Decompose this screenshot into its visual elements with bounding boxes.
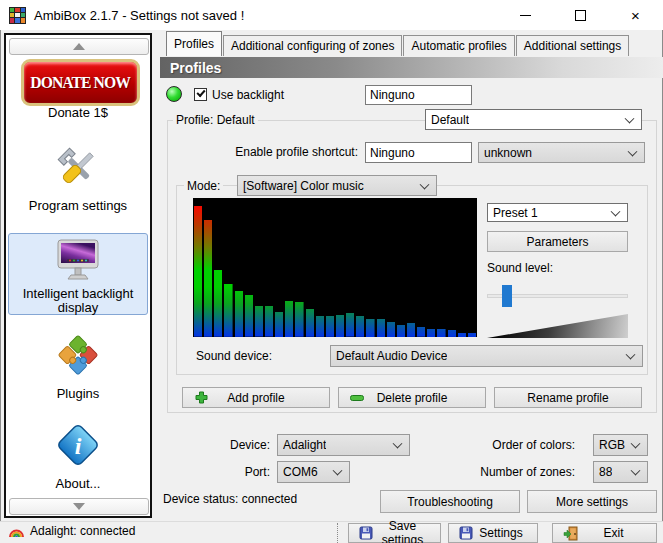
settings-button[interactable]: Settings [448, 523, 538, 543]
tab-additional-configuring[interactable]: Additional configuring of zones [223, 35, 402, 56]
sound-level-slider[interactable] [487, 294, 628, 298]
preset-select[interactable]: Preset 1 [487, 203, 628, 222]
sidebar-item-label: Plugins [9, 387, 147, 401]
sound-device-select[interactable]: Default Audio Device [330, 345, 643, 367]
spectrum-bar [427, 329, 435, 337]
close-button[interactable]: × [608, 0, 663, 30]
spectrum-bar [448, 330, 456, 337]
shortcut-input[interactable] [365, 142, 472, 163]
number-of-zones-label: Number of zones: [465, 465, 575, 479]
puzzle-icon [51, 328, 105, 382]
tab-additional-settings[interactable]: Additional settings [516, 35, 629, 56]
spectrum-bar [397, 325, 405, 338]
sidebar-item-intelligent-backlight[interactable]: Intelligent backlight display [8, 233, 148, 315]
page-title: Profiles [160, 57, 663, 78]
profile-select[interactable]: Default [425, 109, 642, 130]
shortcut-label: Enable profile shortcut: [220, 145, 358, 159]
adalight-status-text: Adalight: connected [30, 524, 135, 538]
more-settings-button[interactable]: More settings [527, 490, 657, 513]
spectrum-bar [306, 309, 314, 337]
spectrum-bar [245, 295, 253, 337]
sound-level-handle[interactable] [502, 285, 512, 307]
profile-groupbox-label: Profile: Default [173, 113, 258, 127]
chevron-down-icon [631, 466, 641, 476]
spectrum-bar [377, 319, 385, 337]
number-of-zones-select[interactable]: 88 [593, 461, 648, 483]
device-label: Device: [200, 438, 270, 452]
donate-caption: Donate 1$ [6, 105, 150, 120]
exit-button[interactable]: Exit [552, 523, 657, 543]
donate-button[interactable]: DONATE NOW [21, 59, 140, 106]
chevron-down-icon [420, 179, 430, 189]
device-select[interactable]: Adalight [277, 434, 410, 456]
chevron-down-icon [625, 113, 635, 123]
shortcut-key-select[interactable]: unknown [478, 142, 645, 163]
backlight-status-led [166, 86, 182, 102]
spectrum-bar [346, 313, 354, 337]
order-of-colors-label: Order of colors: [465, 438, 575, 452]
minimize-button[interactable] [498, 0, 553, 30]
monitor-icon [55, 238, 101, 282]
port-select[interactable]: COM6 [277, 461, 350, 483]
sidebar-item-program-settings[interactable]: Program settings [8, 137, 148, 214]
title-bar: AmbiBox 2.1.7 - Settings not saved ! × [0, 0, 663, 30]
order-of-colors-select[interactable]: RGB [593, 434, 648, 456]
spectrum-bar [295, 302, 303, 337]
chevron-down-icon [611, 206, 621, 216]
minus-icon [350, 395, 364, 401]
rainbow-icon [8, 525, 25, 538]
tab-automatic-profiles[interactable]: Automatic profiles [403, 35, 514, 56]
maximize-icon [575, 10, 586, 21]
window-title: AmbiBox 2.1.7 - Settings not saved ! [34, 8, 244, 23]
spectrum-bar [437, 329, 445, 337]
use-backlight-label: Use backlight [212, 88, 284, 102]
spectrum-analyzer [193, 198, 477, 337]
sound-device-label: Sound device: [196, 349, 272, 363]
chevron-down-icon [628, 146, 638, 156]
add-profile-button[interactable]: Add profile [182, 387, 330, 408]
spectrum-bar [265, 306, 273, 337]
tab-profiles[interactable]: Profiles [166, 31, 222, 56]
backlight-hotkey-input[interactable] [365, 85, 472, 105]
parameters-button[interactable]: Parameters [487, 231, 628, 252]
sidebar-scroll-up-button[interactable] [9, 38, 149, 55]
rename-profile-button[interactable]: Rename profile [494, 387, 642, 408]
maximize-button[interactable] [553, 0, 608, 30]
sound-level-label: Sound level: [487, 261, 553, 275]
sidebar-scroll-down-button[interactable] [9, 498, 149, 515]
status-bar: Adalight: connected Save settings Settin… [0, 521, 663, 543]
sidebar-item-about[interactable]: i About... [8, 413, 148, 492]
spectrum-bar [468, 333, 476, 337]
spectrum-bar [387, 322, 395, 337]
close-icon: × [631, 8, 640, 23]
chevron-down-icon [626, 350, 636, 360]
delete-profile-button[interactable]: Delete profile [338, 387, 486, 408]
troubleshooting-button[interactable]: Troubleshooting [380, 490, 520, 513]
spectrum-bar [316, 316, 324, 337]
tab-strip: Profiles Additional configuring of zones… [166, 33, 630, 56]
main-panel: Profiles Additional configuring of zones… [160, 33, 663, 518]
donate-button-label: DONATE NOW [31, 73, 131, 93]
spectrum-bar [356, 316, 364, 337]
spectrum-bar [458, 333, 466, 337]
sidebar-item-label: Program settings [9, 199, 147, 213]
minimize-icon [520, 15, 531, 16]
chevron-down-icon [393, 439, 403, 449]
floppy-disk-icon [459, 526, 473, 540]
chevron-up-icon [73, 43, 85, 50]
save-settings-button[interactable]: Save settings [348, 523, 441, 543]
footer-separator [337, 523, 338, 543]
chevron-down-icon [631, 439, 641, 449]
sidebar-item-plugins[interactable]: Plugins [8, 323, 148, 402]
sidebar-item-label: About... [9, 477, 147, 491]
floppy-disk-icon [359, 526, 373, 540]
tools-icon [52, 142, 104, 194]
mode-select[interactable]: [Software] Color music [237, 175, 437, 196]
spectrum-bar [326, 316, 334, 337]
device-status-text: Device status: connected [163, 492, 297, 506]
exit-door-icon [563, 526, 579, 541]
spectrum-bar [224, 284, 232, 337]
spectrum-bar [407, 323, 415, 337]
plus-icon [195, 391, 208, 404]
use-backlight-checkbox[interactable] [194, 88, 207, 101]
